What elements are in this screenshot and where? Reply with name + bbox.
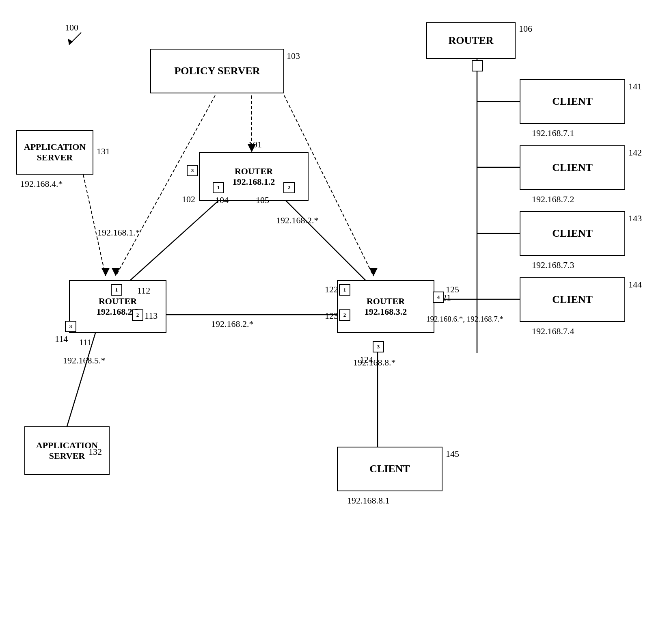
ref-122: 122 <box>325 284 338 295</box>
port-left-2: 2 <box>132 309 143 321</box>
svg-line-9 <box>83 175 106 276</box>
port-right-1: 1 <box>339 284 350 296</box>
client-142-box: CLIENT <box>520 145 625 190</box>
port-right-3: 3 <box>373 341 384 352</box>
ip-net-3: 192.168.2.* <box>211 319 254 329</box>
ref-143: 143 <box>628 213 642 224</box>
port-left-3: 3 <box>65 321 76 332</box>
svg-line-6 <box>126 191 229 284</box>
ref-144: 144 <box>628 279 642 290</box>
ref-131: 131 <box>97 146 110 157</box>
ref-104: 104 <box>215 195 229 205</box>
router-center-label: ROUTER192.168.1.2 <box>233 166 275 187</box>
ip-net-1: 192.168.1.* <box>97 227 140 238</box>
ref-132: 132 <box>89 447 102 457</box>
policy-server-box: POLICY SERVER <box>150 49 284 93</box>
client-141-label: CLIENT <box>552 95 593 108</box>
svg-marker-4 <box>369 268 378 276</box>
ip-net-6: 192.168.6.*, 192.168.7.* <box>426 315 503 324</box>
port-left-1: 1 <box>111 284 122 296</box>
port-right-4: 4 <box>433 292 444 303</box>
ref-141: 141 <box>628 81 642 92</box>
policy-server-label: POLICY SERVER <box>174 65 260 77</box>
ref-145: 145 <box>446 449 459 459</box>
client-142-label: CLIENT <box>552 162 593 174</box>
svg-line-7 <box>276 191 369 284</box>
ref-103: 103 <box>287 51 300 61</box>
client-145-label: CLIENT <box>369 463 410 475</box>
ip-net-5: 192.168.5.* <box>63 355 106 366</box>
ref-101: 101 <box>248 139 262 150</box>
port-center-3: 3 <box>187 165 198 176</box>
ip-app-server-top: 192.168.4.* <box>20 179 63 189</box>
ip-client-145: 192.168.8.1 <box>347 495 390 506</box>
app-server-top-label: APPLICATIONSERVER <box>24 142 86 163</box>
router-top-right-label: ROUTER <box>448 35 493 47</box>
client-144-label: CLIENT <box>552 294 593 306</box>
router-center-box: ROUTER192.168.1.2 <box>199 152 309 201</box>
router-right-box: ROUTER192.168.3.2 <box>337 280 434 333</box>
diagram: 100 POLICY SERVER 103 ROUTER 106 APPLICA… <box>0 0 667 644</box>
svg-marker-10 <box>101 268 110 276</box>
ref-142: 142 <box>628 147 642 158</box>
port-center-1: 1 <box>213 182 224 193</box>
ip-client-143: 192.168.7.3 <box>532 260 574 270</box>
ref-112: 112 <box>137 285 150 296</box>
ip-net-7: 192.168.8.* <box>353 357 396 368</box>
router-top-right-box: ROUTER <box>426 22 516 59</box>
app-server-top-box: APPLICATIONSERVER <box>16 130 93 175</box>
client-141-box: CLIENT <box>520 79 625 124</box>
ip-net-2: 192.168.2.* <box>276 215 319 226</box>
port-right-2: 2 <box>339 309 350 321</box>
client-145-box: CLIENT <box>337 447 443 491</box>
ref-105: 105 <box>256 195 269 205</box>
ref-102: 102 <box>182 194 195 205</box>
port-center-2: 2 <box>283 182 295 193</box>
ref-100-arrow <box>63 30 87 47</box>
client-144-box: CLIENT <box>520 277 625 322</box>
ref-114: 114 <box>55 334 68 344</box>
svg-marker-2 <box>112 268 120 276</box>
client-143-box: CLIENT <box>520 211 625 256</box>
client-143-label: CLIENT <box>552 227 593 240</box>
router-right-label: ROUTER192.168.3.2 <box>365 296 407 317</box>
ip-client-141: 192.168.7.1 <box>532 128 574 138</box>
ip-client-144: 192.168.7.4 <box>532 326 574 337</box>
ref-123: 123 <box>325 311 338 321</box>
ref-125: 125 <box>446 284 459 295</box>
ref-113: 113 <box>145 311 158 321</box>
port-router-top-right <box>472 60 483 71</box>
ip-client-142: 192.168.7.2 <box>532 194 574 205</box>
ref-111: 111 <box>79 337 92 348</box>
ref-106: 106 <box>519 24 532 34</box>
